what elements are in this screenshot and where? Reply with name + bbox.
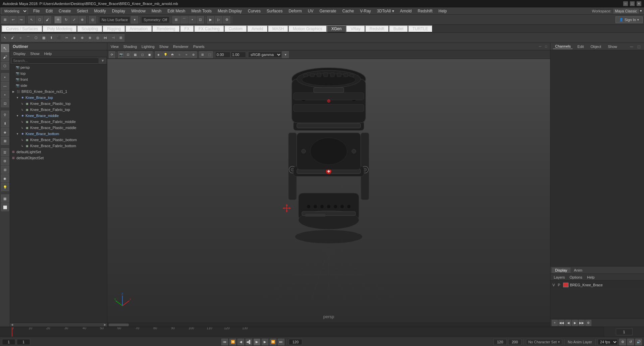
symmetry-off-btn[interactable]: Symmetry: Off	[141, 16, 169, 23]
outliner-item-default-light-set[interactable]: ⊞ defaultLightSet	[10, 149, 107, 155]
tab-mash[interactable]: MASH	[268, 25, 288, 33]
outliner-h-scrollbar[interactable]: ◀ ▶	[10, 323, 107, 327]
dp-add-layer-btn[interactable]: +	[552, 320, 558, 326]
vp-gate-btn[interactable]: ⬚	[206, 51, 213, 58]
no-character-set[interactable]: No Character Set ▾	[526, 339, 562, 345]
menu-mesh-display[interactable]: Mesh Display	[215, 8, 245, 14]
pb-audio-btn[interactable]: 🔊	[635, 339, 642, 345]
shelf-bevel-btn[interactable]: ◈	[71, 34, 78, 42]
paint-tool-btn[interactable]: 🖌	[1, 53, 9, 61]
menu-redshift[interactable]: Redshift	[415, 8, 435, 14]
show-tab[interactable]: Show	[606, 44, 619, 49]
menu-3dtoall[interactable]: 3DToAll ▾	[374, 8, 397, 14]
channels-minimize-btn[interactable]: ─	[629, 44, 634, 49]
dp-next-frame-btn[interactable]: ▶▶	[579, 320, 585, 326]
tab-fx-caching[interactable]: FX Caching	[194, 25, 224, 33]
timeline-track[interactable]: 0 10 20 30 40 50 60 70 80 90 100 110 120…	[0, 327, 604, 337]
pb-settings-btn[interactable]: ⚙	[619, 339, 626, 345]
lasso-tool-btn[interactable]: ⬡	[36, 16, 43, 23]
menu-modify[interactable]: Modify	[91, 8, 108, 14]
snap-grid-btn2[interactable]: ⊞	[172, 16, 180, 23]
range-end1-input[interactable]	[289, 339, 302, 345]
prev-frame-btn[interactable]: ⏪	[229, 339, 236, 345]
soft-sel-btn[interactable]: ◎	[89, 16, 96, 23]
vp-fullscreen-icon[interactable]: □	[543, 44, 549, 49]
menu-vray[interactable]: V-Ray	[357, 8, 374, 14]
sign-in-button[interactable]: 👤 Sign In ▾	[615, 16, 643, 23]
dp-menu-options[interactable]: Options	[568, 275, 584, 280]
vp-cam-persp-btn[interactable]: 📷	[118, 51, 124, 58]
aov-btn[interactable]: ⊞	[1, 166, 9, 174]
ipr-render-btn[interactable]: ▷	[215, 16, 222, 23]
menu-uv[interactable]: UV	[305, 8, 316, 14]
shelf-combine-btn[interactable]: ⊕	[78, 34, 86, 42]
dp-tab-display[interactable]: Display	[552, 268, 571, 273]
face-mode-btn[interactable]: ▪	[1, 91, 9, 99]
mode-selector[interactable]: Modeling Rigging Animation	[1, 8, 28, 14]
menu-surfaces[interactable]: Surfaces	[264, 8, 285, 14]
shelf-mirror-btn[interactable]: ⊣	[109, 34, 117, 42]
no-live-surface-btn[interactable]: No Live Surface	[99, 16, 130, 23]
vp-value2-input[interactable]	[231, 52, 246, 58]
outliner-item-fabric-middle[interactable]: ↳ ▦ Knee_Brace_Fabric_middle	[10, 119, 107, 125]
outliner-item-main-group[interactable]: ▶ ⬛ BREG_Knee_Brace_ncl1_1	[10, 89, 107, 95]
snap-view-btn[interactable]: ⊡	[197, 16, 204, 23]
outliner-item-knee-top[interactable]: ▼ ✱ Knee_Brace_top	[10, 95, 107, 101]
rotate-tool-btn[interactable]: ↻	[62, 16, 70, 23]
channels-expand-btn[interactable]: □	[637, 44, 641, 49]
dp-menu-layers[interactable]: Layers	[552, 275, 567, 280]
goto-start-btn[interactable]: ⏮	[221, 339, 228, 345]
menu-arnold[interactable]: Arnold	[397, 8, 415, 14]
outliner-item-fabric-bottom[interactable]: ↳ ▦ Knee_Brace_Fabric_bottom	[10, 143, 107, 149]
shelf-select-btn[interactable]: ↖	[1, 34, 9, 42]
next-frame-btn[interactable]: ⏩	[270, 339, 276, 345]
scroll-left-btn[interactable]: ◀	[10, 323, 14, 327]
vp-motion-blur-btn[interactable]: ≈	[183, 51, 190, 58]
outliner-item-knee-bottom[interactable]: ▼ ✱ Knee_Brace_bottom	[10, 131, 107, 137]
vp-shade-btn[interactable]: ◼	[146, 51, 153, 58]
workspace-value[interactable]: Maya Classic	[613, 9, 639, 13]
uv-mode-btn[interactable]: ⊡	[1, 99, 9, 107]
loop-cut-btn[interactable]: ⊠	[1, 137, 9, 145]
scale-tool-btn[interactable]: ⤢	[70, 16, 78, 23]
menu-mesh[interactable]: Mesh	[149, 8, 164, 14]
scroll-right-btn[interactable]: ▶	[103, 323, 107, 327]
menu-deform[interactable]: Deform	[286, 8, 304, 14]
shelf-mesh-btn[interactable]: ▦	[40, 34, 47, 42]
vp-display-mode-btn[interactable]: ▦	[132, 51, 139, 58]
outliner-item-default-object-set[interactable]: ⊞ defaultObjectSet	[10, 155, 107, 161]
menu-mesh-tools[interactable]: Mesh Tools	[189, 8, 214, 14]
range-end3-input[interactable]	[508, 339, 522, 345]
menu-edit-mesh[interactable]: Edit Mesh	[165, 8, 188, 14]
shelf-multi-cut-btn[interactable]: ✂	[63, 34, 70, 42]
undo-btn[interactable]: ↩	[9, 16, 17, 23]
shelf-circle-btn[interactable]: ○	[17, 34, 24, 42]
shelf-curve-btn[interactable]: ⌒	[24, 34, 32, 42]
outliner-item-fabric-top[interactable]: ↳ ▦ Knee_Brace_Fabric_top	[10, 107, 107, 113]
menu-edit[interactable]: Edit	[43, 8, 55, 14]
tab-animation[interactable]: Animation	[125, 25, 152, 33]
play-fwd-btn[interactable]: ▶	[254, 339, 260, 345]
vp-cam-ortho-btn[interactable]: ⊡	[125, 51, 131, 58]
select-tool-btn[interactable]: ↖	[28, 16, 35, 23]
tool6-btn[interactable]: ⬜	[1, 203, 9, 211]
shelf-separate-btn[interactable]: ⊗	[86, 34, 94, 42]
tab-poly-modeling[interactable]: Poly Modeling	[42, 25, 76, 33]
extrude-btn[interactable]: ⬆	[1, 119, 9, 127]
menu-cache[interactable]: Cache	[339, 8, 357, 14]
tab-arnold[interactable]: Arnold	[247, 25, 268, 33]
menu-curves[interactable]: Curves	[245, 8, 263, 14]
shelf-extrude-btn[interactable]: ⬆	[48, 34, 55, 42]
next-key-btn[interactable]: ▶	[262, 339, 268, 345]
render-settings-btn[interactable]: ⚙	[223, 16, 230, 23]
playhead[interactable]	[12, 327, 12, 337]
snap-live-btn[interactable]: ⚲	[1, 111, 9, 119]
shelf-bridge-btn[interactable]: ⬛	[55, 34, 63, 42]
menu-help[interactable]: Help	[436, 8, 449, 14]
outliner-menu-show[interactable]: Show	[28, 51, 42, 56]
outliner-item-knee-middle[interactable]: ▼ ✱ Knee_Brace_middle	[10, 113, 107, 119]
channels-tab[interactable]: Channels	[553, 44, 573, 49]
live-surface-options-btn[interactable]: ▾	[131, 16, 138, 23]
sculpt-tool-btn[interactable]: ⬡	[1, 62, 9, 70]
viewport-h-scrollbar[interactable]	[107, 323, 550, 327]
